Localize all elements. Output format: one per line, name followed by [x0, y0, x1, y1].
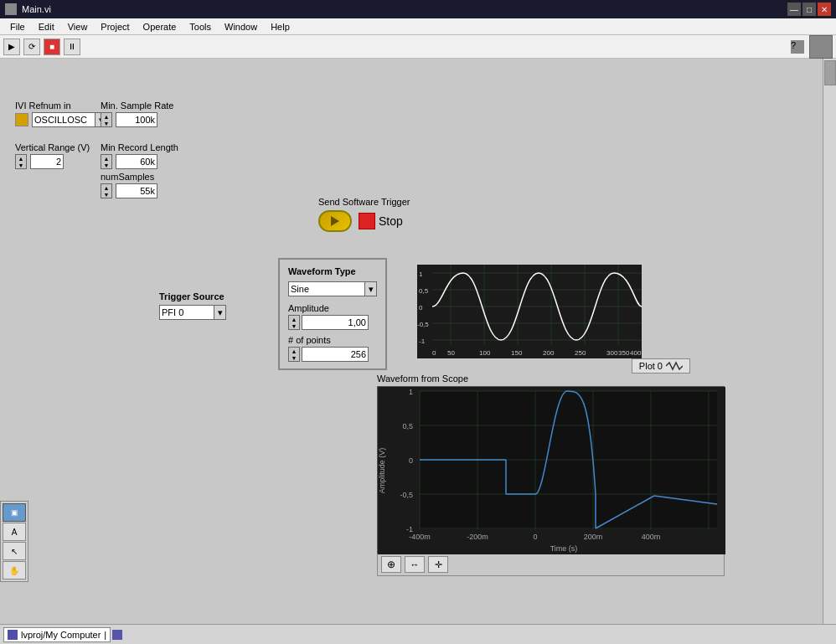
path-text: lvproj/My Computer [21, 630, 101, 640]
vertical-range-down[interactable]: ▼ [16, 162, 26, 168]
min-record-length-section: Min Record Length ▲ ▼ 60k [101, 142, 178, 173]
path-display: lvproj/My Computer | [3, 627, 111, 642]
scrollbar-thumb[interactable] [824, 60, 836, 85]
stop-toolbar-button[interactable]: ■ [44, 39, 60, 55]
svg-text:300: 300 [606, 349, 618, 357]
ivi-refnum-section: IVI Refnum in OSCILLOSC ▾ [15, 100, 107, 132]
ivi-refnum-dropdown[interactable]: OSCILLOSC ▾ [32, 112, 107, 127]
svg-text:-0,5: -0,5 [417, 321, 429, 328]
vertical-range-up[interactable]: ▲ [16, 155, 26, 162]
menu-tools[interactable]: Tools [183, 20, 218, 33]
svg-text:Time (s): Time (s) [550, 544, 578, 553]
points-spinner[interactable]: ▲ ▼ [288, 347, 300, 362]
waveform-type-arrow[interactable]: ▾ [364, 282, 376, 296]
close-button[interactable]: ✕ [818, 3, 831, 16]
trigger-source-label: Trigger Source [159, 291, 226, 301]
num-samples-label: numSamples [101, 172, 157, 182]
num-samples-up[interactable]: ▲ [101, 184, 111, 191]
svg-text:0: 0 [432, 349, 436, 357]
points-label: # of points [288, 335, 377, 345]
min-sample-rate-row: ▲ ▼ 100k [101, 112, 173, 127]
stop-container: Stop [359, 213, 403, 229]
svg-text:1: 1 [419, 270, 423, 278]
num-samples-spinner[interactable]: ▲ ▼ [101, 183, 112, 198]
amplitude-up[interactable]: ▲ [289, 316, 299, 322]
scope-plot: Amplitude (V) 1 0,5 0 -0,5 -1 [377, 386, 725, 554]
sine-plot-container: 1 0,5 0 -0,5 -1 0 50 100 150 200 250 300… [417, 265, 642, 358]
scope-cursor-button[interactable]: ✛ [428, 556, 448, 573]
vertical-range-spinner[interactable]: ▲ ▼ [15, 154, 27, 169]
svg-text:200: 200 [543, 349, 555, 357]
amplitude-spinner[interactable]: ▲ ▼ [288, 315, 300, 330]
num-samples-display: 55k [116, 183, 157, 198]
menu-file[interactable]: File [3, 20, 32, 33]
menu-edit[interactable]: Edit [32, 20, 61, 33]
run-continuously-button[interactable]: ⟳ [23, 39, 40, 55]
amplitude-down[interactable]: ▼ [289, 322, 299, 329]
menu-help[interactable]: Help [264, 20, 297, 33]
svg-text:200m: 200m [584, 533, 603, 541]
stop-red-button[interactable] [359, 213, 375, 229]
plot0-button[interactable]: Plot 0 [632, 358, 690, 374]
min-sample-rate-up[interactable]: ▲ [101, 113, 111, 120]
minimize-button[interactable]: — [787, 3, 801, 16]
waveform-type-dropdown[interactable]: Sine ▾ [288, 281, 377, 296]
svg-text:350: 350 [618, 349, 630, 357]
separator-arrow [112, 630, 122, 640]
amplitude-label: Amplitude [288, 303, 377, 313]
waveform-group-title: Waveform Type [288, 266, 377, 276]
min-record-length-down[interactable]: ▼ [101, 162, 111, 168]
svg-text:0,5: 0,5 [402, 422, 413, 430]
help-icon: ? [791, 40, 804, 54]
maximize-button[interactable]: □ [802, 3, 816, 16]
menu-operate[interactable]: Operate [137, 20, 183, 33]
amplitude-input[interactable]: 1,00 [302, 315, 369, 330]
tool-select-btn[interactable]: ▣ [3, 503, 26, 522]
points-down[interactable]: ▼ [289, 354, 299, 361]
svg-text:0: 0 [533, 533, 537, 541]
vertical-range-row: ▲ ▼ 2 [15, 154, 90, 169]
vertical-scrollbar[interactable] [823, 59, 836, 624]
trigger-source-arrow[interactable]: ▾ [214, 306, 225, 319]
tool-cursor-btn[interactable]: ↖ [3, 542, 26, 560]
min-sample-rate-spinner[interactable]: ▲ ▼ [101, 112, 112, 127]
tool-text-btn[interactable]: A [3, 523, 26, 541]
run-button[interactable]: ▶ [3, 39, 20, 55]
menu-window[interactable]: Window [218, 20, 264, 33]
points-input[interactable]: 256 [302, 347, 369, 362]
pause-button[interactable]: ⏸ [64, 39, 80, 55]
svg-text:50: 50 [447, 349, 455, 357]
tool-hand-btn[interactable]: ✋ [3, 561, 26, 580]
num-samples-row: ▲ ▼ 55k [101, 183, 157, 198]
scope-fit-button[interactable]: ↔ [405, 556, 425, 573]
toolbar: ▶ ⟳ ■ ⏸ ? [0, 35, 836, 59]
svg-text:-1: -1 [419, 337, 426, 345]
trigger-source-dropdown[interactable]: PFI 0 ▾ [159, 305, 226, 320]
bottom-bar: lvproj/My Computer | [0, 624, 836, 644]
min-sample-rate-display: 100k [116, 112, 157, 127]
ivi-refnum-row: OSCILLOSC ▾ [15, 112, 107, 127]
trigger-run-button[interactable] [318, 210, 352, 232]
min-record-length-display: 60k [116, 154, 157, 169]
vertical-range-display: 2 [30, 154, 64, 169]
scope-section: Waveform from Scope Amplitude (V) [377, 374, 725, 576]
scope-zoom-button[interactable]: ⊕ [381, 556, 401, 573]
min-record-length-row: ▲ ▼ 60k [101, 154, 178, 169]
trigger-source-section: Trigger Source PFI 0 ▾ [159, 291, 226, 320]
svg-text:400m: 400m [642, 533, 661, 541]
min-record-length-label: Min Record Length [101, 142, 178, 152]
left-tools-panel: ▣ A ↖ ✋ [0, 501, 28, 582]
menu-project[interactable]: Project [94, 20, 136, 33]
plot0-label: Plot 0 [639, 361, 663, 371]
min-record-length-up[interactable]: ▲ [101, 155, 111, 162]
window-title: Main.vi [22, 4, 51, 14]
sine-plot-svg: 1 0,5 0 -0,5 -1 0 50 100 150 200 250 300… [417, 265, 642, 358]
min-sample-rate-section: Min. Sample Rate ▲ ▼ 100k [101, 100, 173, 131]
min-sample-rate-down[interactable]: ▼ [101, 120, 111, 126]
num-samples-down[interactable]: ▼ [101, 191, 111, 198]
min-record-length-spinner[interactable]: ▲ ▼ [101, 154, 112, 169]
points-up[interactable]: ▲ [289, 348, 299, 354]
waveform-group-box: Waveform Type Sine ▾ Amplitude ▲ ▼ 1,00 … [278, 258, 387, 370]
svg-text:0,5: 0,5 [419, 287, 429, 295]
menu-view[interactable]: View [61, 20, 95, 33]
